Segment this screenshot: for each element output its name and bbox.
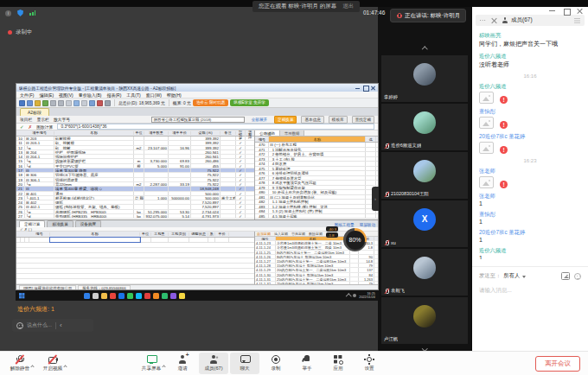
cell[interactable] <box>134 205 144 208</box>
cell[interactable]: 75,922 <box>191 168 220 172</box>
calc-label[interactable]: 图数计算 <box>36 124 53 130</box>
cell[interactable]: 15t内自卸汽车运土第一、二类运距1km 10m3 <box>276 259 350 263</box>
cell[interactable]: 5 基础处理 <box>269 167 366 171</box>
cell[interactable]: 14 <box>16 155 25 158</box>
send-to-value[interactable]: 所有人 <box>503 272 520 280</box>
cell[interactable]: 1,263 <box>359 277 374 281</box>
cell[interactable]: 75,922 <box>191 182 220 186</box>
cell[interactable]: └d <box>25 214 54 218</box>
panel-menu-icon[interactable] <box>574 17 580 23</box>
taskbar-app-icon[interactable] <box>136 293 142 299</box>
security-shield-icon[interactable] <box>17 10 23 16</box>
cell[interactable] <box>366 176 376 181</box>
toolbar-icon[interactable] <box>42 100 48 106</box>
cell[interactable]: 根 <box>134 164 144 168</box>
cell[interactable]: 69.83 <box>169 159 191 162</box>
cell[interactable]: 4-5 混凝土运输 <box>269 214 366 219</box>
cell[interactable]: └q <box>25 146 54 149</box>
side-tab[interactable]: 公路辅助 <box>255 130 280 136</box>
taskbar-app-icon[interactable] <box>84 293 90 299</box>
cell[interactable]: 11 <box>16 141 25 144</box>
danmaku-input[interactable]: 说点什么... ‹ <box>12 319 93 332</box>
cell[interactable] <box>220 214 236 218</box>
tray-icon[interactable] <box>353 294 356 297</box>
cell[interactable]: m2 <box>134 146 144 149</box>
cell[interactable]: ✓ <box>236 205 246 208</box>
cell[interactable] <box>134 168 144 172</box>
cell[interactable]: 15t内自卸汽车运土 每增运1km 10m3 <box>276 264 350 267</box>
send-failed-icon[interactable]: ! <box>500 96 508 104</box>
cell[interactable] <box>134 137 144 140</box>
cell[interactable]: 4-11-1-25 <box>255 251 276 254</box>
cell[interactable] <box>144 178 169 181</box>
cell[interactable] <box>169 155 191 158</box>
cell[interactable] <box>246 150 255 154</box>
column-header[interactable]: 单价 <box>215 232 229 236</box>
chat-message[interactable]: 20造价7班c 董花婷1 <box>479 229 581 243</box>
cell[interactable]: 16.96 <box>169 146 191 149</box>
cell[interactable]: 拆除旧有护栏 <box>54 155 134 158</box>
toolbar-icon[interactable] <box>35 100 41 106</box>
cell[interactable]: ✓ <box>236 196 246 200</box>
chat-message[interactable]: 张老师1 <box>479 193 581 207</box>
list-tool-button[interactable]: 删除定额 <box>309 232 323 236</box>
cell[interactable]: ✓ <box>236 173 246 176</box>
cell[interactable] <box>246 159 255 162</box>
cell[interactable] <box>220 200 236 204</box>
side-panel-handle-icon[interactable] <box>372 187 379 211</box>
toolbar-icon[interactable] <box>58 100 64 106</box>
cell[interactable] <box>350 255 359 258</box>
cell[interactable]: 79 <box>359 264 374 267</box>
cell[interactable]: 10 外运土石方外弃增加 (装、卸及运输) <box>269 190 366 194</box>
cell[interactable] <box>350 264 359 267</box>
cancel-icon[interactable]: ✗ <box>29 124 33 130</box>
cell[interactable]: 27 <box>16 214 25 218</box>
cell[interactable]: 51,295.000 <box>144 210 169 213</box>
cell[interactable]: 切缝C6下引坡路基、底座 <box>54 173 134 176</box>
chat-message[interactable]: 张老师! <box>479 168 581 188</box>
cell[interactable] <box>366 167 376 171</box>
toolbar-button-mic-off[interactable]: 解除静音 <box>5 353 35 374</box>
cell[interactable]: ✓ <box>236 192 246 195</box>
maximize-icon[interactable] <box>563 8 569 14</box>
cell[interactable] <box>366 157 376 162</box>
cell[interactable]: 478 <box>255 181 269 185</box>
participant-tile[interactable]: 造价6频道文娟 <box>381 104 468 150</box>
cell[interactable]: ⊞ 204 <box>25 150 54 154</box>
cell[interactable]: ✓ <box>236 168 246 172</box>
cell[interactable]: 宽220mm <box>54 182 134 186</box>
column-header[interactable]: 清单数量 <box>144 131 169 135</box>
send-failed-icon[interactable]: ! <box>500 181 508 188</box>
cell[interactable] <box>134 150 144 154</box>
cell[interactable]: 砍、挖树根 <box>54 141 134 144</box>
taskbar-app-icon[interactable] <box>93 293 99 299</box>
filter-control[interactable]: 项目栏 <box>20 117 32 122</box>
cell[interactable]: 455 <box>191 164 220 168</box>
confirm-icon[interactable]: ✓ <box>20 124 24 130</box>
cell[interactable]: └q <box>25 159 54 162</box>
cell[interactable]: 8t内自卸汽车运土第一、二类运距1km 10m3 <box>276 251 350 254</box>
cell[interactable]: 单立工程 <box>220 196 236 200</box>
toolbar-icon[interactable] <box>27 100 33 106</box>
detail-tab[interactable]: 设备购置 <box>75 220 101 227</box>
cell[interactable]: 17 <box>16 168 25 172</box>
column-header[interactable]: 工程类别 <box>169 232 189 236</box>
filter-control[interactable]: 显示栏 <box>36 117 48 122</box>
cell[interactable] <box>220 173 236 176</box>
cell[interactable]: m <box>134 159 144 162</box>
cell[interactable] <box>366 171 376 175</box>
cell[interactable]: 2,734,024 <box>191 210 220 213</box>
cell[interactable]: ⊟ <box>25 187 54 190</box>
promo-button[interactable]: 纵横E学堂 免费学 <box>230 99 269 106</box>
cell[interactable]: 3 土工 (布) 膜 <box>269 157 366 162</box>
cell[interactable] <box>246 196 255 200</box>
cell[interactable]: ✓ <box>236 155 246 158</box>
toolbar-icon[interactable] <box>105 100 111 106</box>
cell[interactable]: 5.14 <box>169 214 191 218</box>
cell[interactable] <box>366 148 376 152</box>
menu-item[interactable]: 视图(V) <box>59 92 74 98</box>
cell[interactable]: 斗容量1m3挖掘机挖装土第三、四类 10m3 <box>276 245 350 249</box>
cell[interactable]: 护栏、护面墙拆除 <box>54 150 134 154</box>
cell[interactable]: 4-11-1-29 <box>255 268 276 271</box>
chevron-up-icon[interactable] <box>163 356 165 372</box>
